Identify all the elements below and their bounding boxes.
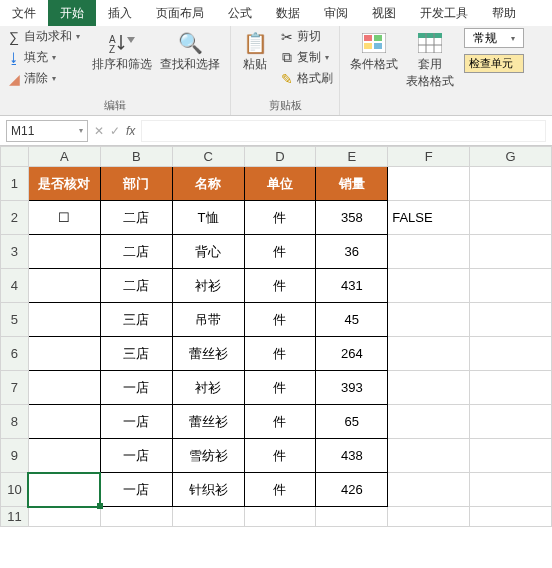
cell-D7[interactable]: 件 xyxy=(244,371,316,405)
cancel-formula-icon[interactable]: ✕ xyxy=(94,124,104,138)
cell-G6[interactable] xyxy=(470,337,552,371)
clear-button[interactable]: ◢ 清除 ▾ xyxy=(6,70,80,87)
cell-G2[interactable] xyxy=(470,201,552,235)
cell-E8[interactable]: 65 xyxy=(316,405,388,439)
header-name[interactable]: 名称 xyxy=(172,167,244,201)
cell-A9[interactable] xyxy=(28,439,100,473)
col-head-A[interactable]: A xyxy=(28,147,100,167)
col-head-E[interactable]: E xyxy=(316,147,388,167)
name-box[interactable]: M11 ▾ xyxy=(6,120,88,142)
row-head-6[interactable]: 6 xyxy=(1,337,29,371)
cell-F6[interactable] xyxy=(388,337,470,371)
cell-A4[interactable] xyxy=(28,269,100,303)
cell-B8[interactable]: 一店 xyxy=(100,405,172,439)
cell-G3[interactable] xyxy=(470,235,552,269)
check-cell-button[interactable]: 检查单元 xyxy=(464,54,524,73)
paste-button[interactable]: 📋 粘贴 xyxy=(237,28,273,73)
cell-F9[interactable] xyxy=(388,439,470,473)
col-head-C[interactable]: C xyxy=(172,147,244,167)
find-select-button[interactable]: 🔍 查找和选择 xyxy=(156,28,224,73)
cell-A3[interactable] xyxy=(28,235,100,269)
cell-B4[interactable]: 二店 xyxy=(100,269,172,303)
cell-B3[interactable]: 二店 xyxy=(100,235,172,269)
enter-formula-icon[interactable]: ✓ xyxy=(110,124,120,138)
cell-E4[interactable]: 431 xyxy=(316,269,388,303)
conditional-format-button[interactable]: 条件格式 xyxy=(346,28,402,73)
row-head-11[interactable]: 11 xyxy=(1,507,29,527)
cell-A10[interactable] xyxy=(28,473,100,507)
cell-B7[interactable]: 一店 xyxy=(100,371,172,405)
row-head-4[interactable]: 4 xyxy=(1,269,29,303)
cell-A7[interactable] xyxy=(28,371,100,405)
col-head-D[interactable]: D xyxy=(244,147,316,167)
header-dept[interactable]: 部门 xyxy=(100,167,172,201)
header-unit[interactable]: 单位 xyxy=(244,167,316,201)
row-head-10[interactable]: 10 xyxy=(1,473,29,507)
cell-B9[interactable]: 一店 xyxy=(100,439,172,473)
cell-C9[interactable]: 雪纺衫 xyxy=(172,439,244,473)
cell-E10[interactable]: 426 xyxy=(316,473,388,507)
cell-F4[interactable] xyxy=(388,269,470,303)
cell-D2[interactable]: 件 xyxy=(244,201,316,235)
row-head-9[interactable]: 9 xyxy=(1,439,29,473)
row-head-1[interactable]: 1 xyxy=(1,167,29,201)
cell-G4[interactable] xyxy=(470,269,552,303)
cell-A5[interactable] xyxy=(28,303,100,337)
cell-F10[interactable] xyxy=(388,473,470,507)
cell-D6[interactable]: 件 xyxy=(244,337,316,371)
cell-G11[interactable] xyxy=(470,507,552,527)
cell-D11[interactable] xyxy=(244,507,316,527)
cell-F5[interactable] xyxy=(388,303,470,337)
cell-F1[interactable] xyxy=(388,167,470,201)
cell-G7[interactable] xyxy=(470,371,552,405)
format-painter-button[interactable]: ✎ 格式刷 xyxy=(279,70,333,87)
row-head-2[interactable]: 2 xyxy=(1,201,29,235)
copy-button[interactable]: ⧉ 复制 ▾ xyxy=(279,49,333,66)
cell-D4[interactable]: 件 xyxy=(244,269,316,303)
cell-A11[interactable] xyxy=(28,507,100,527)
col-head-B[interactable]: B xyxy=(100,147,172,167)
cell-D3[interactable]: 件 xyxy=(244,235,316,269)
row-head-8[interactable]: 8 xyxy=(1,405,29,439)
cell-G10[interactable] xyxy=(470,473,552,507)
tab-help[interactable]: 帮助 xyxy=(480,0,528,26)
cell-D5[interactable]: 件 xyxy=(244,303,316,337)
tab-insert[interactable]: 插入 xyxy=(96,0,144,26)
cell-B10[interactable]: 一店 xyxy=(100,473,172,507)
cell-E7[interactable]: 393 xyxy=(316,371,388,405)
cell-E6[interactable]: 264 xyxy=(316,337,388,371)
tab-dev[interactable]: 开发工具 xyxy=(408,0,480,26)
tab-review[interactable]: 审阅 xyxy=(312,0,360,26)
cell-C3[interactable]: 背心 xyxy=(172,235,244,269)
cell-F8[interactable] xyxy=(388,405,470,439)
cell-F2[interactable]: FALSE xyxy=(388,201,470,235)
cell-C8[interactable]: 蕾丝衫 xyxy=(172,405,244,439)
row-head-7[interactable]: 7 xyxy=(1,371,29,405)
fill-button[interactable]: ⭳ 填充 ▾ xyxy=(6,49,80,66)
cell-G5[interactable] xyxy=(470,303,552,337)
fx-icon[interactable]: fx xyxy=(126,124,135,138)
cell-C5[interactable]: 吊带 xyxy=(172,303,244,337)
row-head-5[interactable]: 5 xyxy=(1,303,29,337)
cell-C7[interactable]: 衬衫 xyxy=(172,371,244,405)
cell-D10[interactable]: 件 xyxy=(244,473,316,507)
col-head-G[interactable]: G xyxy=(470,147,552,167)
sort-filter-button[interactable]: AZ 排序和筛选 xyxy=(88,28,156,73)
tab-home[interactable]: 开始 xyxy=(48,0,96,26)
cell-G1[interactable] xyxy=(470,167,552,201)
cell-C11[interactable] xyxy=(172,507,244,527)
cell-E9[interactable]: 438 xyxy=(316,439,388,473)
tab-layout[interactable]: 页面布局 xyxy=(144,0,216,26)
cell-D8[interactable]: 件 xyxy=(244,405,316,439)
tab-file[interactable]: 文件 xyxy=(0,0,48,26)
cell-B5[interactable]: 三店 xyxy=(100,303,172,337)
cell-G8[interactable] xyxy=(470,405,552,439)
cell-C6[interactable]: 蕾丝衫 xyxy=(172,337,244,371)
cell-E11[interactable] xyxy=(316,507,388,527)
cell-G9[interactable] xyxy=(470,439,552,473)
cell-B2[interactable]: 二店 xyxy=(100,201,172,235)
formula-input[interactable] xyxy=(141,120,546,142)
tab-formula[interactable]: 公式 xyxy=(216,0,264,26)
cell-A2[interactable]: ☐ xyxy=(28,201,100,235)
col-head-F[interactable]: F xyxy=(388,147,470,167)
